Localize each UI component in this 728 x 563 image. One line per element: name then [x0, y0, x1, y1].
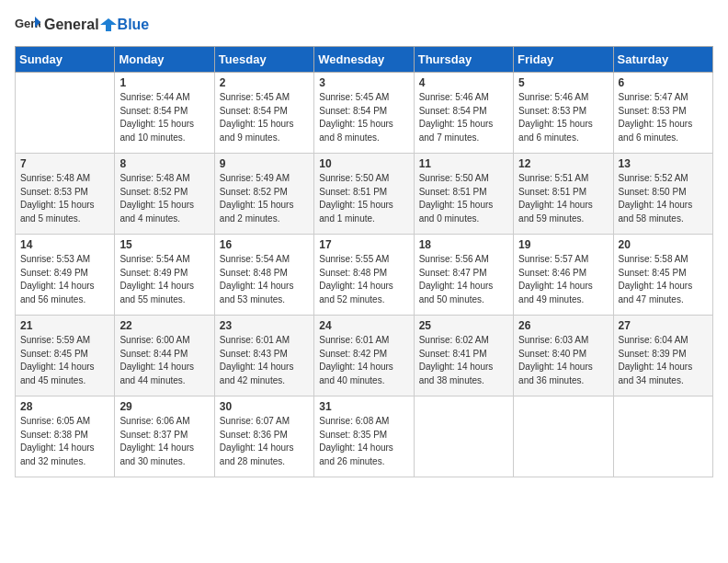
- day-number: 18: [419, 238, 508, 251]
- day-info: Sunrise: 5:58 AMSunset: 8:45 PMDaylight:…: [619, 253, 708, 306]
- day-number: 17: [319, 238, 408, 251]
- calendar-cell: 15Sunrise: 5:54 AMSunset: 8:49 PMDayligh…: [115, 235, 214, 316]
- weekday-header-saturday: Saturday: [613, 47, 712, 73]
- day-info: Sunrise: 5:56 AMSunset: 8:47 PMDaylight:…: [419, 253, 508, 306]
- calendar-cell: 24Sunrise: 6:01 AMSunset: 8:42 PMDayligh…: [314, 316, 414, 396]
- day-number: 23: [220, 319, 309, 332]
- calendar-cell: 25Sunrise: 6:02 AMSunset: 8:41 PMDayligh…: [414, 316, 513, 396]
- day-info: Sunrise: 5:46 AMSunset: 8:53 PMDaylight:…: [518, 91, 608, 144]
- day-info: Sunrise: 6:05 AMSunset: 8:38 PMDaylight:…: [20, 415, 109, 468]
- calendar-cell: 14Sunrise: 5:53 AMSunset: 8:49 PMDayligh…: [16, 235, 115, 316]
- calendar-cell: 31Sunrise: 6:08 AMSunset: 8:35 PMDayligh…: [314, 396, 414, 477]
- calendar-cell: 11Sunrise: 5:50 AMSunset: 8:51 PMDayligh…: [414, 154, 513, 235]
- day-number: 22: [119, 319, 209, 332]
- day-number: 1: [119, 76, 209, 89]
- day-number: 25: [419, 319, 508, 332]
- day-info: Sunrise: 5:54 AMSunset: 8:49 PMDaylight:…: [119, 253, 209, 306]
- calendar-cell: 5Sunrise: 5:46 AMSunset: 8:53 PMDaylight…: [514, 73, 613, 154]
- day-info: Sunrise: 5:48 AMSunset: 8:53 PMDaylight:…: [20, 172, 109, 225]
- day-info: Sunrise: 5:49 AMSunset: 8:52 PMDaylight:…: [220, 172, 309, 225]
- page-header: General GeneralBlue: [15, 15, 713, 35]
- weekday-header-friday: Friday: [514, 47, 613, 73]
- calendar-cell: 29Sunrise: 6:06 AMSunset: 8:37 PMDayligh…: [115, 396, 214, 477]
- day-number: 5: [518, 76, 608, 89]
- day-info: Sunrise: 5:45 AMSunset: 8:54 PMDaylight:…: [319, 91, 408, 144]
- svg-marker-2: [100, 18, 117, 31]
- calendar-cell: 18Sunrise: 5:56 AMSunset: 8:47 PMDayligh…: [414, 235, 513, 316]
- day-number: 7: [20, 157, 109, 170]
- day-info: Sunrise: 5:53 AMSunset: 8:49 PMDaylight:…: [20, 253, 109, 306]
- day-number: 29: [119, 400, 209, 413]
- day-info: Sunrise: 5:51 AMSunset: 8:51 PMDaylight:…: [518, 172, 608, 225]
- day-info: Sunrise: 6:00 AMSunset: 8:44 PMDaylight:…: [119, 334, 209, 387]
- calendar-cell: 3Sunrise: 5:45 AMSunset: 8:54 PMDaylight…: [314, 73, 414, 154]
- day-number: 10: [319, 157, 408, 170]
- calendar-cell: 13Sunrise: 5:52 AMSunset: 8:50 PMDayligh…: [613, 154, 712, 235]
- day-number: 24: [319, 319, 408, 332]
- day-info: Sunrise: 5:48 AMSunset: 8:52 PMDaylight:…: [119, 172, 209, 225]
- calendar-cell: 22Sunrise: 6:00 AMSunset: 8:44 PMDayligh…: [115, 316, 214, 396]
- day-number: 16: [220, 238, 309, 251]
- calendar-cell: 30Sunrise: 6:07 AMSunset: 8:36 PMDayligh…: [214, 396, 313, 477]
- day-number: 13: [619, 157, 708, 170]
- logo-blue: Blue: [118, 17, 150, 32]
- day-info: Sunrise: 6:01 AMSunset: 8:42 PMDaylight:…: [319, 334, 408, 387]
- day-number: 11: [419, 157, 508, 170]
- day-info: Sunrise: 5:46 AMSunset: 8:54 PMDaylight:…: [419, 91, 508, 144]
- calendar-cell: 4Sunrise: 5:46 AMSunset: 8:54 PMDaylight…: [414, 73, 513, 154]
- day-number: 31: [319, 400, 408, 413]
- calendar-cell: 8Sunrise: 5:48 AMSunset: 8:52 PMDaylight…: [115, 154, 214, 235]
- day-info: Sunrise: 5:47 AMSunset: 8:53 PMDaylight:…: [619, 91, 708, 144]
- logo: General GeneralBlue: [15, 15, 149, 35]
- day-number: 14: [20, 238, 109, 251]
- calendar-cell: 9Sunrise: 5:49 AMSunset: 8:52 PMDaylight…: [214, 154, 313, 235]
- day-number: 6: [619, 76, 708, 89]
- day-number: 19: [518, 238, 608, 251]
- calendar-cell: 17Sunrise: 5:55 AMSunset: 8:48 PMDayligh…: [314, 235, 414, 316]
- day-info: Sunrise: 6:02 AMSunset: 8:41 PMDaylight:…: [419, 334, 508, 387]
- calendar-table: SundayMondayTuesdayWednesdayThursdayFrid…: [15, 46, 713, 477]
- day-number: 20: [619, 238, 708, 251]
- day-info: Sunrise: 5:57 AMSunset: 8:46 PMDaylight:…: [518, 253, 608, 306]
- weekday-header-wednesday: Wednesday: [314, 47, 414, 73]
- calendar-cell: 26Sunrise: 6:03 AMSunset: 8:40 PMDayligh…: [514, 316, 613, 396]
- day-info: Sunrise: 5:50 AMSunset: 8:51 PMDaylight:…: [319, 172, 408, 225]
- calendar-cell: 6Sunrise: 5:47 AMSunset: 8:53 PMDaylight…: [613, 73, 712, 154]
- calendar-cell: [16, 73, 115, 154]
- calendar-cell: 20Sunrise: 5:58 AMSunset: 8:45 PMDayligh…: [613, 235, 712, 316]
- weekday-header-thursday: Thursday: [414, 47, 513, 73]
- calendar-cell: 1Sunrise: 5:44 AMSunset: 8:54 PMDaylight…: [115, 73, 214, 154]
- day-info: Sunrise: 5:45 AMSunset: 8:54 PMDaylight:…: [220, 91, 309, 144]
- day-number: 15: [119, 238, 209, 251]
- day-info: Sunrise: 6:07 AMSunset: 8:36 PMDaylight:…: [220, 415, 309, 468]
- calendar-cell: 10Sunrise: 5:50 AMSunset: 8:51 PMDayligh…: [314, 154, 414, 235]
- day-info: Sunrise: 6:08 AMSunset: 8:35 PMDaylight:…: [319, 415, 408, 468]
- day-info: Sunrise: 5:55 AMSunset: 8:48 PMDaylight:…: [319, 253, 408, 306]
- day-number: 21: [20, 319, 109, 332]
- day-info: Sunrise: 6:03 AMSunset: 8:40 PMDaylight:…: [518, 334, 608, 387]
- calendar-cell: 19Sunrise: 5:57 AMSunset: 8:46 PMDayligh…: [514, 235, 613, 316]
- day-info: Sunrise: 5:52 AMSunset: 8:50 PMDaylight:…: [619, 172, 708, 225]
- calendar-cell: 28Sunrise: 6:05 AMSunset: 8:38 PMDayligh…: [16, 396, 115, 477]
- logo-general: General: [44, 17, 99, 32]
- calendar-cell: 27Sunrise: 6:04 AMSunset: 8:39 PMDayligh…: [613, 316, 712, 396]
- day-info: Sunrise: 5:50 AMSunset: 8:51 PMDaylight:…: [419, 172, 508, 225]
- weekday-header-monday: Monday: [115, 47, 214, 73]
- day-number: 3: [319, 76, 408, 89]
- calendar-cell: 23Sunrise: 6:01 AMSunset: 8:43 PMDayligh…: [214, 316, 313, 396]
- weekday-header-sunday: Sunday: [16, 47, 115, 73]
- day-number: 28: [20, 400, 109, 413]
- day-number: 12: [518, 157, 608, 170]
- day-info: Sunrise: 6:06 AMSunset: 8:37 PMDaylight:…: [119, 415, 209, 468]
- calendar-cell: 7Sunrise: 5:48 AMSunset: 8:53 PMDaylight…: [16, 154, 115, 235]
- calendar-cell: 12Sunrise: 5:51 AMSunset: 8:51 PMDayligh…: [514, 154, 613, 235]
- calendar-cell: [414, 396, 513, 477]
- logo-icon: General: [15, 15, 40, 35]
- day-info: Sunrise: 6:04 AMSunset: 8:39 PMDaylight:…: [619, 334, 708, 387]
- day-number: 8: [119, 157, 209, 170]
- calendar-cell: 2Sunrise: 5:45 AMSunset: 8:54 PMDaylight…: [214, 73, 313, 154]
- day-number: 30: [220, 400, 309, 413]
- calendar-cell: 21Sunrise: 5:59 AMSunset: 8:45 PMDayligh…: [16, 316, 115, 396]
- day-number: 27: [619, 319, 708, 332]
- calendar-cell: 16Sunrise: 5:54 AMSunset: 8:48 PMDayligh…: [214, 235, 313, 316]
